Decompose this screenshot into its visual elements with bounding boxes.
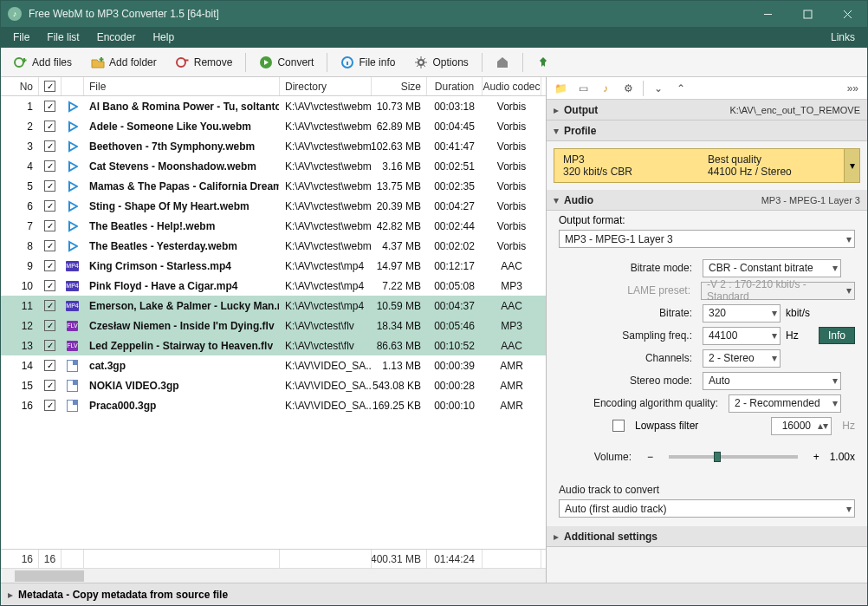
row-size: 18.34 MB <box>372 320 427 332</box>
table-row[interactable]: 11✓MP4Emerson, Lake & Palmer - Lucky Man… <box>1 296 546 316</box>
table-row[interactable]: 3✓Beethoven - 7th Symphony.webmK:\AV\vct… <box>1 136 546 156</box>
row-checkbox[interactable]: ✓ <box>39 320 62 331</box>
menu-file[interactable]: File <box>4 28 38 47</box>
add-files-button[interactable]: Add files <box>6 51 80 74</box>
file-info-button[interactable]: File info <box>333 51 403 74</box>
table-row[interactable]: 9✓MP4King Crimson - Starless.mp4K:\AV\vc… <box>1 256 546 276</box>
profile-selector[interactable]: MP3320 kbit/s CBR Best quality44100 Hz /… <box>554 148 860 183</box>
close-button[interactable] <box>827 1 867 27</box>
remove-button[interactable]: Remove <box>168 51 241 74</box>
volume-plus[interactable]: + <box>808 451 825 463</box>
row-checkbox[interactable]: ✓ <box>39 300 62 311</box>
table-row[interactable]: 5✓Mamas & The Papas - California Dreami.… <box>1 176 546 196</box>
row-checkbox[interactable]: ✓ <box>39 240 62 251</box>
col-file[interactable]: File <box>84 77 280 95</box>
row-size: 1.13 MB <box>372 360 427 372</box>
check-all[interactable]: ✓ <box>44 81 55 92</box>
col-no[interactable]: No <box>1 77 39 95</box>
row-checkbox[interactable]: ✓ <box>39 160 62 172</box>
menu-filelist[interactable]: File list <box>38 28 87 47</box>
menu-help[interactable]: Help <box>144 28 183 47</box>
row-checkbox[interactable]: ✓ <box>39 200 62 212</box>
file-type-icon: FLV <box>62 341 84 351</box>
browse-icon[interactable]: ▭ <box>573 79 593 98</box>
sampling-select[interactable]: 44100▾ <box>703 327 781 345</box>
add-folder-button[interactable]: Add folder <box>83 51 165 74</box>
audio-track-select[interactable]: Auto (first audio track)▾ <box>559 499 855 518</box>
row-size: 543.08 KB <box>372 380 427 392</box>
row-checkbox[interactable]: ✓ <box>39 340 62 351</box>
home-button[interactable] <box>488 51 517 74</box>
minimize-button[interactable] <box>748 1 787 27</box>
row-duration: 00:05:08 <box>427 280 483 292</box>
output-pane-header[interactable]: ▸ Output K:\AV\_enc_out_TO_REMOVE <box>547 100 867 121</box>
row-file: Praca000.3gp <box>84 400 280 412</box>
table-row[interactable]: 16✓Praca000.3gpK:\AV\VIDEO_SA...169.25 K… <box>1 395 546 415</box>
chevron-down-icon[interactable]: ⌄ <box>648 79 669 98</box>
chevron-up-icon[interactable]: ⌃ <box>670 79 691 98</box>
row-file: Cat Stevens - Moonshadow.webm <box>84 160 280 173</box>
grid-body[interactable]: 1✓Al Bano & Romina Power - Tu, soltanto … <box>1 96 546 549</box>
stereo-mode-select[interactable]: Auto▾ <box>703 372 841 390</box>
row-checkbox[interactable]: ✓ <box>39 121 62 132</box>
bitrate-select[interactable]: 320▾ <box>703 304 781 323</box>
file-type-icon <box>62 380 84 392</box>
folder-icon[interactable]: 📁 <box>550 79 571 98</box>
lowpass-checkbox[interactable] <box>612 420 625 432</box>
lowpass-value[interactable]: 16000▴▾ <box>771 417 832 435</box>
channels-select[interactable]: 2 - Stereo▾ <box>703 349 781 368</box>
expand-icon[interactable]: »» <box>842 79 864 98</box>
menu-links[interactable]: Links <box>822 28 864 47</box>
table-row[interactable]: 14✓cat.3gpK:\AV\VIDEO_SA...1.13 MB00:00:… <box>1 355 546 375</box>
menu-encoder[interactable]: Encoder <box>88 28 145 47</box>
table-row[interactable]: 13✓FLVLed Zeppelin - Stairway to Heaven.… <box>1 336 546 355</box>
table-row[interactable]: 15✓NOKIA VIDEO.3gpK:\AV\VIDEO_SA...543.0… <box>1 375 546 395</box>
volume-slider[interactable] <box>669 455 798 459</box>
convert-button[interactable]: Convert <box>251 51 321 74</box>
metadata-pane[interactable]: ▸ Metadata - Copy metadata from source f… <box>1 583 867 605</box>
row-checkbox[interactable]: ✓ <box>39 180 62 192</box>
row-checkbox[interactable]: ✓ <box>39 280 62 291</box>
col-icon[interactable] <box>62 77 84 95</box>
bitrate-mode-select[interactable]: CBR - Constant bitrate▾ <box>703 259 841 277</box>
table-row[interactable]: 10✓MP4Pink Floyd - Have a Cigar.mp4K:\AV… <box>1 276 546 296</box>
row-checkbox[interactable]: ✓ <box>39 400 62 411</box>
row-checkbox[interactable]: ✓ <box>39 101 62 112</box>
horizontal-scrollbar[interactable] <box>1 568 546 583</box>
audio-pane-header[interactable]: ▾ Audio MP3 - MPEG-1 Layer 3 <box>547 190 867 211</box>
info-button[interactable]: Info <box>819 327 855 344</box>
table-row[interactable]: 1✓Al Bano & Romina Power - Tu, soltanto … <box>1 96 546 116</box>
row-duration: 00:02:44 <box>427 220 483 232</box>
table-row[interactable]: 2✓Adele - Someone Like You.webmK:\AV\vct… <box>1 116 546 136</box>
profile-dropdown-icon[interactable]: ▾ <box>844 149 859 182</box>
row-checkbox[interactable]: ✓ <box>39 380 62 391</box>
table-row[interactable]: 6✓Sting - Shape Of My Heart.webmK:\AV\vc… <box>1 196 546 216</box>
col-size[interactable]: Size <box>372 77 427 95</box>
audio-track-label: Audio track to convert <box>547 477 867 496</box>
maximize-button[interactable] <box>787 1 827 27</box>
col-directory[interactable]: Directory <box>280 77 372 95</box>
row-duration: 00:04:27 <box>427 200 483 212</box>
row-checkbox[interactable]: ✓ <box>39 140 62 152</box>
volume-minus[interactable]: − <box>642 451 658 463</box>
algq-select[interactable]: 2 - Recommended▾ <box>729 394 841 413</box>
gear-icon[interactable]: ⚙ <box>618 79 638 98</box>
output-format-select[interactable]: MP3 - MPEG-1 Layer 3▾ <box>559 230 855 248</box>
pin-button[interactable] <box>528 51 558 74</box>
col-duration[interactable]: Duration <box>427 77 483 95</box>
col-check[interactable]: ✓ <box>39 77 62 95</box>
col-codec[interactable]: Audio codec <box>483 77 541 95</box>
row-checkbox[interactable]: ✓ <box>39 260 62 271</box>
table-row[interactable]: 4✓Cat Stevens - Moonshadow.webmK:\AV\vct… <box>1 156 546 176</box>
add-files-label: Add files <box>32 56 72 68</box>
row-checkbox[interactable]: ✓ <box>39 360 62 371</box>
additional-settings-header[interactable]: ▸Additional settings <box>547 526 867 547</box>
music-icon[interactable]: ♪ <box>595 79 616 98</box>
table-row[interactable]: 12✓FLVCzesław Niemen - Inside I'm Dying.… <box>1 316 546 336</box>
profile-pane-header[interactable]: ▾ Profile <box>547 121 867 141</box>
table-row[interactable]: 8✓The Beatles - Yesterday.webmK:\AV\vcte… <box>1 236 546 256</box>
table-row[interactable]: 7✓The Beatles - Help!.webmK:\AV\vctest\w… <box>1 216 546 236</box>
row-size: 3.16 MB <box>372 160 427 173</box>
row-checkbox[interactable]: ✓ <box>39 220 62 231</box>
options-button[interactable]: Options <box>406 51 476 74</box>
